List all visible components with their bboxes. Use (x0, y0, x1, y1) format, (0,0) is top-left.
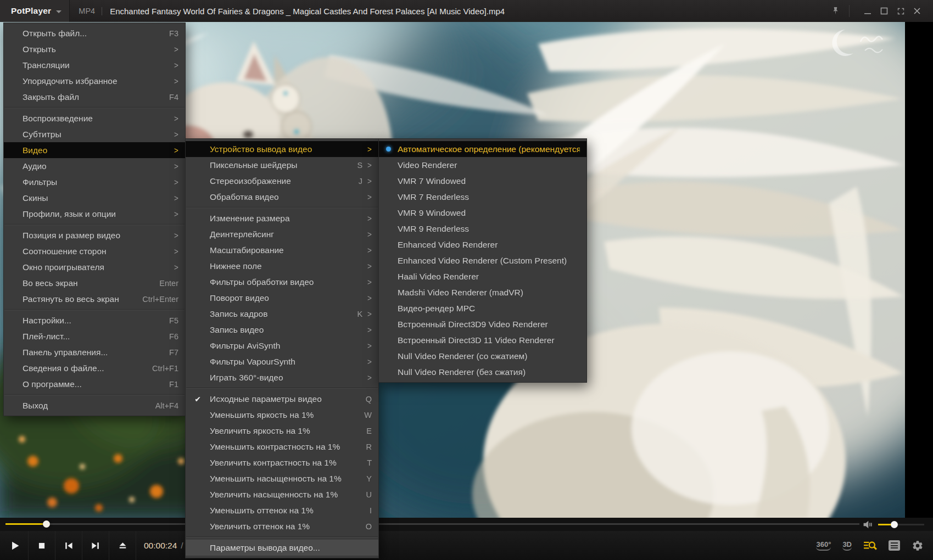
menu-item[interactable]: Фильтры AviSynth> (186, 338, 378, 354)
menu-item[interactable]: Настройки...F5 (4, 312, 185, 328)
playlist-button[interactable] (889, 540, 900, 551)
view-360-button[interactable]: 360° (816, 540, 831, 551)
seek-knob[interactable] (43, 520, 50, 528)
minimize-icon[interactable] (859, 0, 876, 22)
menu-item[interactable]: Закрыть файлF4 (4, 89, 185, 105)
menu-item[interactable]: Null Video Renderer (со сжатием) (379, 348, 586, 364)
menu-item[interactable]: Упорядочить избранное> (4, 73, 185, 89)
stop-button[interactable] (29, 531, 55, 560)
menu-item[interactable]: Играть 360°-видео> (186, 369, 378, 385)
menu-item[interactable]: Видео> (4, 142, 185, 158)
menu-item[interactable]: Автоматическое определение (рекомендуетс… (379, 141, 586, 157)
menu-item[interactable]: Запись видео> (186, 322, 378, 338)
menu-item[interactable]: Пиксельные шейдерыS> (186, 157, 378, 173)
seek-bar[interactable] (5, 523, 859, 525)
menu-item[interactable]: Видео-рендер MPC (379, 300, 586, 316)
menu-item[interactable]: Параметры вывода видео... (186, 540, 378, 556)
menu-item[interactable]: Аудио> (4, 158, 185, 174)
play-button[interactable] (2, 531, 29, 560)
menu-item-shortcut: U (366, 490, 372, 499)
menu-item[interactable]: Растянуть во весь экранCtrl+Enter (4, 291, 185, 307)
menu-item[interactable]: VMR 7 Windowed (379, 173, 586, 189)
settings-button[interactable] (912, 540, 924, 552)
menu-item[interactable]: Соотношение сторон> (4, 243, 185, 259)
menu-item[interactable]: Увеличить контрастность на 1%T (186, 455, 378, 471)
menu-item[interactable]: Уменьшить насыщенность на 1%Y (186, 471, 378, 486)
title-bar[interactable]: PotPlayer MP4 Enchanted Fantasy World Of… (0, 0, 933, 22)
time-separator: / (181, 541, 183, 551)
menu-item-shortcut: R (366, 443, 372, 451)
pin-icon[interactable] (827, 0, 843, 22)
menu-item[interactable]: Haali Video Renderer (379, 268, 586, 284)
menu-item[interactable]: VMR 9 Renderless (379, 221, 586, 237)
menu-item[interactable]: Масштабирование> (186, 242, 378, 258)
menu-item[interactable]: Null Video Renderer (без сжатия) (379, 364, 586, 380)
menu-item[interactable]: Фильтры обработки видео> (186, 274, 378, 290)
menu-item-label: Играть 360°-видео (210, 373, 367, 383)
menu-item-shortcut: Ctrl+Enter (142, 295, 178, 304)
maximize-icon[interactable] (876, 0, 892, 22)
menu-item-shortcut: I (370, 506, 372, 515)
menu-item[interactable]: СтереоизображениеJ> (186, 173, 378, 189)
menu-item[interactable]: VMR 9 Windowed (379, 205, 586, 221)
menu-item[interactable]: ВыходAlt+F4 (4, 397, 185, 413)
radio-dot-icon (386, 147, 391, 152)
menu-item[interactable]: Уменьшить яркость на 1%W (186, 407, 378, 423)
menu-item[interactable]: Video Renderer (379, 157, 586, 173)
submenu-arrow-icon: > (174, 193, 178, 203)
menu-item[interactable]: ✔Исходные параметры видеоQ (186, 391, 378, 407)
menu-item[interactable]: Увеличить оттенок на 1%O (186, 518, 378, 534)
menu-item[interactable]: Madshi Video Renderer (madVR) (379, 284, 586, 300)
menu-item[interactable]: Enhanced Video Renderer (379, 237, 586, 253)
menu-item[interactable]: Уменьшить контрастность на 1%R (186, 439, 378, 455)
menu-item[interactable]: Трансляции> (4, 57, 185, 73)
menu-item[interactable]: Enhanced Video Renderer (Custom Present) (379, 253, 586, 268)
menu-item[interactable]: Открыть> (4, 41, 185, 57)
menu-item[interactable]: Изменение размера> (186, 210, 378, 226)
menu-item[interactable]: Фильтры VapourSynth> (186, 354, 378, 369)
menu-item[interactable]: Сведения о файле...Ctrl+F1 (4, 360, 185, 376)
menu-item[interactable]: Устройство вывода видео> (186, 141, 378, 157)
previous-button[interactable] (55, 531, 82, 560)
view-3d-button[interactable]: 3D (842, 540, 852, 551)
menu-item[interactable]: Уменьшить оттенок на 1%I (186, 502, 378, 518)
menu-item[interactable]: Окно проигрывателя> (4, 259, 185, 275)
menu-item-label: Плей-лист... (23, 332, 169, 341)
menu-item[interactable]: О программе...F1 (4, 376, 185, 392)
menu-item-label: Профили, язык и опции (23, 209, 174, 219)
menu-item[interactable]: Нижнее поле> (186, 258, 378, 274)
eject-button[interactable] (109, 531, 136, 560)
menu-item[interactable]: Фильтры> (4, 174, 185, 190)
menu-item[interactable]: Во весь экранEnter (4, 275, 185, 291)
menu-item[interactable]: Плей-лист...F6 (4, 328, 185, 344)
menu-item[interactable]: Встроенный Direct3D9 Video Renderer (379, 316, 586, 332)
menu-item[interactable]: Встроенный Direct3D 11 Video Renderer (379, 332, 586, 348)
menu-item[interactable]: Открыть файл...F3 (4, 25, 185, 41)
volume-slider[interactable] (878, 524, 924, 525)
menu-item[interactable]: Увеличить насыщенность на 1%U (186, 486, 378, 502)
menu-item[interactable]: Профили, язык и опции> (4, 206, 185, 222)
next-button[interactable] (82, 531, 109, 560)
menu-item-label: Обработка видео (210, 192, 367, 202)
menu-item[interactable]: Запись кадровK> (186, 306, 378, 322)
menu-item-label: Haali Video Renderer (398, 272, 580, 282)
menu-item[interactable]: Панель управления...F7 (4, 344, 185, 360)
menu-item[interactable]: Воспроизведение> (4, 110, 185, 126)
menu-item[interactable]: Увеличить яркость на 1%E (186, 423, 378, 439)
volume-icon[interactable] (863, 520, 873, 529)
window-controls (827, 0, 933, 22)
menu-item[interactable]: Субтитры> (4, 126, 185, 142)
menu-item[interactable]: Скины> (4, 190, 185, 206)
menu-item[interactable]: Позиция и размер видео> (4, 227, 185, 243)
menu-item[interactable]: VMR 7 Renderless (379, 189, 586, 205)
volume-knob[interactable] (891, 521, 898, 528)
fullscreen-icon[interactable] (892, 0, 909, 22)
close-icon[interactable] (909, 0, 925, 22)
app-menu-button[interactable]: PotPlayer (0, 0, 70, 22)
scene-search-button[interactable] (863, 540, 877, 551)
menu-item[interactable]: Обработка видео> (186, 189, 378, 205)
menu-item-label: Пиксельные шейдеры (210, 160, 357, 170)
menu-item-label: Уменьшить контрастность на 1% (210, 442, 366, 452)
menu-item[interactable]: Поворот видео> (186, 290, 378, 306)
menu-item[interactable]: Деинтерлейсинг> (186, 226, 378, 242)
